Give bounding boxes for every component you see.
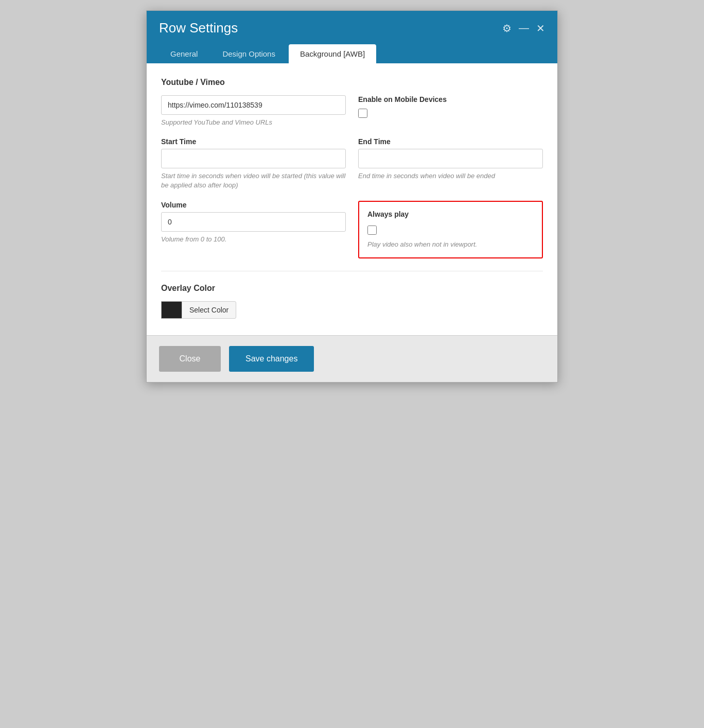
end-time-field-group: End Time End time in seconds when video … [358,137,543,190]
dialog-footer: Close Save changes [147,335,557,382]
select-color-button[interactable]: Select Color [182,301,236,319]
url-hint: Supported YouTube and Vimeo URLs [161,118,346,127]
volume-label: Volume [161,201,346,209]
section-divider [161,271,543,271]
always-play-box: Always play Play video also when not in … [358,201,543,258]
gear-icon[interactable]: ⚙ [502,22,512,34]
volume-field-group: Volume Volume from 0 to 100. [161,201,346,258]
tab-background-awb[interactable]: Background [AWB] [289,44,376,63]
tabs-row: General Design Options Background [AWB] [159,44,545,63]
always-play-hint: Play video also when not in viewport. [367,240,534,249]
volume-input[interactable] [161,212,346,232]
dialog-title-icons: ⚙ — ✕ [502,22,545,34]
always-play-label: Always play [367,210,534,218]
url-field-group: Supported YouTube and Vimeo URLs [161,95,346,127]
time-row: Start Time Start time in seconds when vi… [161,137,543,190]
always-play-field-group: Always play Play video also when not in … [358,201,543,258]
close-button[interactable]: Close [159,346,221,372]
dialog-title-row: Row Settings ⚙ — ✕ [159,20,545,36]
dialog-title: Row Settings [159,20,238,36]
dialog-header: Row Settings ⚙ — ✕ General Design Option… [147,11,557,63]
volume-hint: Volume from 0 to 100. [161,235,346,244]
minimize-icon[interactable]: — [519,22,529,34]
row-settings-dialog: Row Settings ⚙ — ✕ General Design Option… [146,10,558,383]
enable-mobile-checkbox[interactable] [358,109,367,118]
enable-mobile-field-group: Enable on Mobile Devices [358,95,543,127]
color-swatch[interactable] [161,301,182,319]
dialog-body: Youtube / Vimeo Supported YouTube and Vi… [147,63,557,335]
start-time-input[interactable] [161,149,346,168]
start-time-field-group: Start Time Start time in seconds when vi… [161,137,346,190]
volume-alwaysplay-row: Volume Volume from 0 to 100. Always play… [161,201,543,258]
url-mobile-row: Supported YouTube and Vimeo URLs Enable … [161,95,543,127]
start-time-label: Start Time [161,137,346,146]
end-time-input[interactable] [358,149,543,168]
tab-design-options[interactable]: Design Options [211,44,287,63]
overlay-section: Overlay Color Select Color [161,284,543,319]
start-time-hint: Start time in seconds when video will be… [161,171,346,190]
always-play-checkbox[interactable] [367,226,377,235]
enable-mobile-label: Enable on Mobile Devices [358,95,543,103]
save-button[interactable]: Save changes [229,346,314,372]
end-time-label: End Time [358,137,543,146]
enable-mobile-checkbox-wrapper [358,109,543,118]
video-section-title: Youtube / Vimeo [161,78,543,87]
color-picker-row: Select Color [161,301,543,319]
video-url-input[interactable] [161,95,346,115]
tab-general[interactable]: General [159,44,209,63]
end-time-hint: End time in seconds when video will be e… [358,171,543,181]
always-play-checkbox-wrapper [367,226,534,235]
close-icon[interactable]: ✕ [536,22,545,34]
overlay-section-title: Overlay Color [161,284,543,293]
